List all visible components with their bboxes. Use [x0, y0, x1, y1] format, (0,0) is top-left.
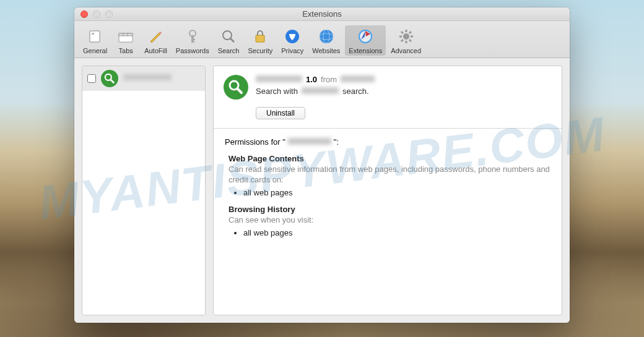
perms-title-suffix: ": [334, 137, 339, 147]
extension-version: 1.0 [306, 75, 317, 84]
tab-extensions[interactable]: Extensions [345, 25, 386, 56]
extension-desc-redacted [302, 87, 339, 96]
tab-general[interactable]: General [79, 25, 111, 56]
preferences-toolbar: General Tabs AutoFill Passwords Search [74, 21, 570, 58]
tab-label: Advanced [391, 47, 421, 54]
extension-name-redacted [123, 74, 200, 83]
tab-label: Search [218, 47, 240, 54]
permissions-title: Permissions for " ": [225, 137, 550, 147]
advanced-icon [397, 27, 416, 46]
svg-rect-9 [191, 41, 194, 43]
extension-icon [224, 75, 248, 100]
permission-heading: Browsing History [228, 205, 550, 214]
extension-detail-panel: 1.0 from Search with search. Uninstall [213, 66, 562, 315]
svg-rect-12 [256, 35, 264, 42]
extension-icon [101, 70, 118, 87]
search-icon [219, 27, 238, 46]
extension-from-label: from [321, 75, 337, 84]
tab-search[interactable]: Search [214, 25, 243, 56]
tab-passwords[interactable]: Passwords [172, 25, 213, 56]
svg-point-14 [320, 30, 333, 43]
svg-point-18 [360, 31, 371, 42]
svg-line-26 [401, 40, 403, 41]
desc-prefix: Search with [256, 87, 298, 96]
extension-title-line: 1.0 from [256, 75, 552, 84]
tab-privacy[interactable]: Privacy [277, 25, 307, 56]
svg-rect-8 [191, 39, 195, 40]
tab-autofill[interactable]: AutoFill [141, 25, 171, 56]
tab-security[interactable]: Security [244, 25, 276, 56]
svg-line-29 [110, 79, 113, 82]
tab-label: Extensions [349, 47, 382, 54]
permission-description: Can see when you visit: [228, 215, 550, 226]
svg-line-11 [230, 38, 234, 42]
tab-label: General [83, 47, 107, 54]
preferences-window: Extensions General Tabs AutoFill Passwor… [74, 7, 570, 323]
svg-point-10 [223, 31, 232, 40]
tab-label: Security [248, 47, 272, 54]
extension-author-redacted [341, 75, 375, 84]
window-title: Extensions [74, 9, 570, 19]
autofill-icon [146, 27, 165, 46]
desc-suffix: search. [342, 87, 369, 96]
svg-point-19 [403, 33, 409, 40]
extension-enable-checkbox[interactable] [87, 74, 96, 83]
extension-description: Search with search. [256, 87, 552, 96]
tab-advanced[interactable]: Advanced [387, 25, 425, 56]
uninstall-button[interactable]: Uninstall [256, 107, 305, 119]
permission-item: all web pages [243, 228, 550, 237]
privacy-icon [283, 27, 302, 46]
svg-rect-1 [92, 33, 94, 35]
websites-icon [317, 27, 336, 46]
permission-list: all web pages [228, 228, 550, 237]
general-icon [86, 27, 105, 46]
permissions-name-redacted [288, 137, 331, 147]
perms-title-prefix: Permissions for " [225, 137, 285, 147]
svg-line-27 [409, 32, 411, 33]
permission-item: all web pages [243, 188, 550, 197]
extension-name-redacted [256, 75, 302, 84]
extensions-sidebar [82, 66, 206, 315]
permission-block: Browsing History Can see when you visit:… [225, 205, 550, 237]
tab-label: AutoFill [144, 47, 167, 54]
svg-line-24 [401, 32, 403, 33]
svg-line-25 [409, 40, 411, 41]
permission-block: Web Page Contents Can read sensitive inf… [225, 154, 550, 197]
permission-heading: Web Page Contents [228, 154, 550, 163]
tab-label: Privacy [281, 47, 303, 54]
tab-websites[interactable]: Websites [308, 25, 344, 56]
extensions-icon [356, 27, 375, 46]
permission-list: all web pages [228, 188, 550, 197]
passwords-icon [183, 27, 202, 46]
svg-rect-0 [90, 31, 100, 42]
content-area: 1.0 from Search with search. Uninstall [74, 58, 570, 323]
permission-description: Can read sensitive information from web … [228, 164, 550, 186]
titlebar[interactable]: Extensions [74, 7, 570, 21]
tab-label: Tabs [119, 47, 133, 54]
svg-rect-3 [119, 33, 133, 36]
svg-line-31 [237, 88, 242, 93]
extension-list-item[interactable] [82, 66, 205, 91]
tab-tabs[interactable]: Tabs [112, 25, 139, 56]
tabs-icon [116, 27, 135, 46]
security-icon [251, 27, 269, 46]
tab-label: Websites [312, 47, 340, 54]
tab-label: Passwords [176, 47, 209, 54]
